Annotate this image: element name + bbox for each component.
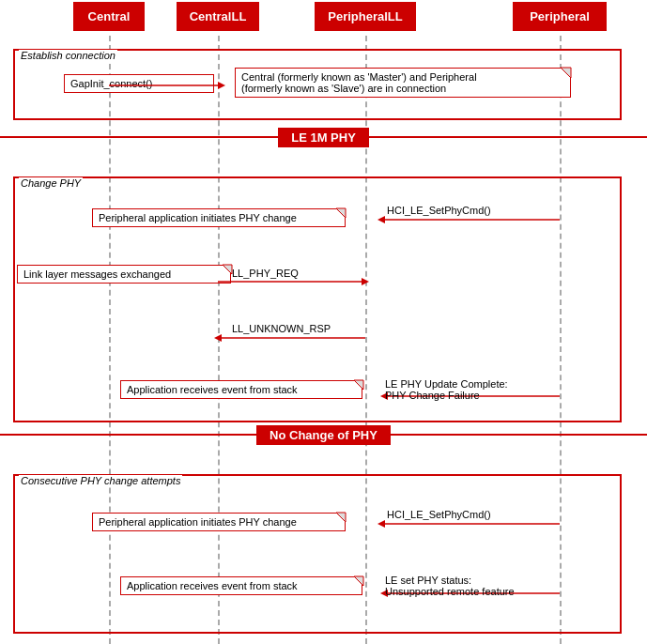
llunknown-label: LL_UNKNOWN_RSP <box>232 323 331 334</box>
actor-central: Central <box>73 2 145 31</box>
actor-peripheral: Peripheral <box>513 2 607 31</box>
hci-setphy2-label: HCI_LE_SetPhyCmd() <box>387 509 491 520</box>
frame-changePHY-label: Change PHY <box>19 177 83 189</box>
actor-centralLL: CentralLL <box>177 2 259 31</box>
lephyupdate-label: LE PHY Update Complete:PHY Change Failur… <box>385 378 508 401</box>
app-event1-box: Application receives event from stack <box>120 380 362 399</box>
frame-consecutive: Consecutive PHY change attempts <box>13 474 622 634</box>
llphyreq-label: LL_PHY_REQ <box>232 268 299 279</box>
nochange-label: No Change of PHY <box>256 425 391 445</box>
app-event1-label: Application receives event from stack <box>127 384 298 395</box>
divider-nochange: No Change of PHY <box>0 434 647 436</box>
divider-le1m: LE 1M PHY <box>0 136 647 138</box>
lesetphy-label: LE set PHY status:Unsupported remote fea… <box>385 575 515 597</box>
actor-peripheralLL-label: PeripheralLL <box>328 9 402 23</box>
connection-note-text: Central (formerly known as 'Master') and… <box>241 71 477 94</box>
le1m-label: LE 1M PHY <box>278 128 369 147</box>
connection-note: Central (formerly known as 'Master') and… <box>235 68 571 98</box>
frame-consecutive-label: Consecutive PHY change attempts <box>19 475 182 486</box>
diagram: Central CentralLL PeripheralLL Periphera… <box>0 0 647 644</box>
frame-establish-label: Establish connection <box>19 50 117 61</box>
peripheral-init-phy1: Peripheral application initiates PHY cha… <box>92 208 346 227</box>
actor-peripheral-label: Peripheral <box>530 9 590 23</box>
app-event2-box: Application receives event from stack <box>120 576 362 595</box>
hci-setphy1-label: HCI_LE_SetPhyCmd() <box>387 205 491 216</box>
app-event2-label: Application receives event from stack <box>127 580 298 591</box>
peripheral-init-phy2: Peripheral application initiates PHY cha… <box>92 513 346 531</box>
gapinit-label: GapInit_connect() <box>70 78 152 89</box>
peripheral-init-phy2-label: Peripheral application initiates PHY cha… <box>99 516 297 528</box>
link-layer-msg-label: Link layer messages exchanged <box>23 268 171 280</box>
gapinit-box: GapInit_connect() <box>64 74 214 93</box>
link-layer-msg: Link layer messages exchanged <box>17 265 231 284</box>
actor-central-label: Central <box>88 9 131 23</box>
actor-peripheralLL: PeripheralLL <box>315 2 416 31</box>
actor-centralLL-label: CentralLL <box>190 9 247 23</box>
peripheral-init-phy1-label: Peripheral application initiates PHY cha… <box>99 212 297 223</box>
